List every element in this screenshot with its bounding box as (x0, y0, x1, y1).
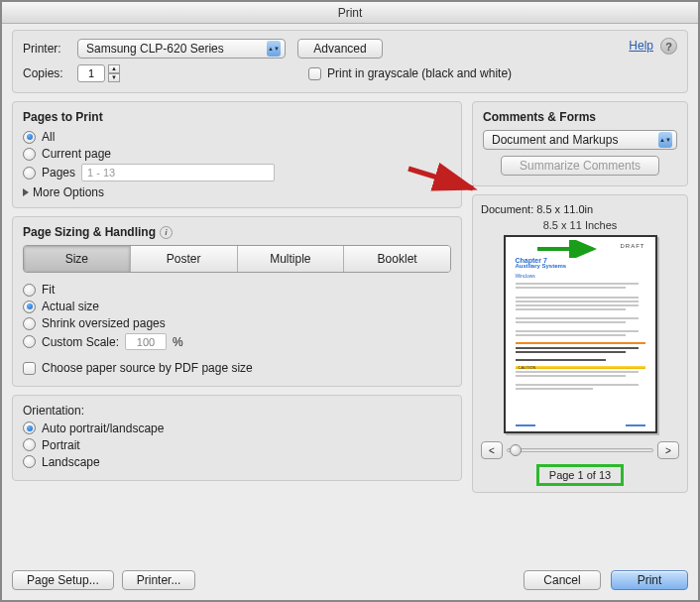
caution-bar (516, 366, 645, 369)
checkbox-icon (23, 362, 36, 375)
page-preview: DRAFT Chapter 7 Auxiliary Systems Window… (504, 235, 657, 433)
copies-label: Copies: (23, 66, 77, 80)
radio-icon (23, 335, 36, 348)
tab-poster[interactable]: Poster (131, 246, 238, 272)
window-title: Print (2, 2, 698, 24)
grayscale-checkbox[interactable]: Print in grayscale (black and white) (308, 66, 512, 80)
radio-icon (23, 455, 36, 468)
custom-scale-input[interactable] (125, 333, 167, 350)
orientation-panel: Orientation: Auto portrait/landscape Por… (12, 395, 462, 481)
radio-icon (23, 284, 36, 297)
radio-pages[interactable]: Pages (23, 164, 451, 181)
pages-range-input[interactable] (81, 164, 275, 181)
radio-icon (23, 301, 36, 313)
next-page-button[interactable]: > (657, 441, 679, 459)
radio-all[interactable]: All (23, 130, 451, 144)
radio-icon (23, 317, 36, 330)
step-down-icon[interactable]: ▼ (108, 73, 120, 82)
sizing-tabs: Size Poster Multiple Booklet (23, 245, 451, 273)
pages-title: Pages to Print (23, 110, 451, 124)
advanced-button[interactable]: Advanced (297, 39, 383, 59)
page-indicator-highlight: Page 1 of 13 (481, 464, 679, 486)
print-button[interactable]: Print (611, 570, 688, 590)
printer-label: Printer: (23, 42, 77, 56)
slider-thumb[interactable] (510, 444, 522, 456)
printer-value: Samsung CLP-620 Series (86, 42, 224, 56)
radio-icon (23, 167, 36, 180)
comments-forms-panel: Comments & Forms Document and Markups ▲▼… (472, 101, 688, 186)
radio-icon (23, 131, 36, 144)
radio-custom-scale[interactable]: Custom Scale: % (23, 333, 451, 350)
document-size-label: Document: 8.5 x 11.0in (481, 203, 679, 215)
pages-to-print-panel: Pages to Print All Current page Pages (12, 101, 462, 208)
updown-icon: ▲▼ (658, 132, 672, 148)
more-options-toggle[interactable]: More Options (23, 185, 451, 199)
triangle-right-icon (23, 188, 29, 196)
orientation-title: Orientation: (23, 404, 451, 418)
page-setup-button[interactable]: Page Setup... (12, 570, 114, 590)
prev-page-button[interactable]: < (481, 441, 503, 459)
annotation-green-arrow-icon (535, 240, 605, 258)
copies-stepper[interactable]: ▲▼ (77, 64, 120, 82)
tab-booklet[interactable]: Booklet (344, 246, 450, 272)
step-up-icon[interactable]: ▲ (108, 64, 120, 73)
printer-settings-panel: Help ? Printer: Samsung CLP-620 Series ▲… (12, 30, 688, 93)
dialog-footer: Page Setup... Printer... Cancel Print (12, 570, 688, 590)
cancel-button[interactable]: Cancel (524, 570, 601, 590)
page-indicator: Page 1 of 13 (536, 464, 624, 486)
printer-select[interactable]: Samsung CLP-620 Series ▲▼ (77, 39, 286, 59)
preview-heading2: Auxiliary Systems (516, 263, 645, 269)
printer-button[interactable]: Printer... (122, 570, 196, 590)
paper-source-checkbox[interactable]: Choose paper source by PDF page size (23, 361, 253, 375)
updown-icon: ▲▼ (267, 41, 281, 57)
copies-input[interactable] (77, 64, 105, 82)
summarize-comments-button[interactable]: Summarize Comments (501, 156, 659, 176)
radio-actual[interactable]: Actual size (23, 300, 451, 313)
radio-icon (23, 148, 36, 161)
grayscale-label: Print in grayscale (black and white) (327, 66, 512, 80)
radio-auto-orient[interactable]: Auto portrait/landscape (23, 421, 451, 435)
radio-current[interactable]: Current page (23, 147, 451, 161)
paper-caption: 8.5 x 11 Inches (481, 219, 679, 231)
tab-multiple[interactable]: Multiple (238, 246, 345, 272)
help-link[interactable]: Help (629, 39, 653, 53)
radio-portrait[interactable]: Portrait (23, 438, 451, 452)
comments-select[interactable]: Document and Markups ▲▼ (483, 130, 677, 150)
comments-title: Comments & Forms (483, 110, 677, 124)
sizing-title: Page Sizing & Handling i (23, 225, 451, 239)
preview-panel: Document: 8.5 x 11.0in 8.5 x 11 Inches D… (472, 194, 688, 493)
radio-icon (23, 438, 36, 451)
tab-size[interactable]: Size (24, 246, 131, 272)
page-slider[interactable] (507, 448, 653, 452)
help-icon[interactable]: ? (660, 38, 677, 55)
print-dialog: Print Help ? Printer: Samsung CLP-620 Se… (0, 0, 700, 602)
page-sizing-panel: Page Sizing & Handling i Size Poster Mul… (12, 216, 462, 387)
preview-subheading: Windows (516, 273, 645, 279)
radio-landscape[interactable]: Landscape (23, 455, 451, 469)
radio-fit[interactable]: Fit (23, 283, 451, 297)
checkbox-icon (308, 67, 321, 80)
draft-watermark: DRAFT (621, 243, 645, 249)
radio-icon (23, 421, 36, 434)
info-icon[interactable]: i (160, 226, 173, 239)
radio-shrink[interactable]: Shrink oversized pages (23, 316, 451, 330)
